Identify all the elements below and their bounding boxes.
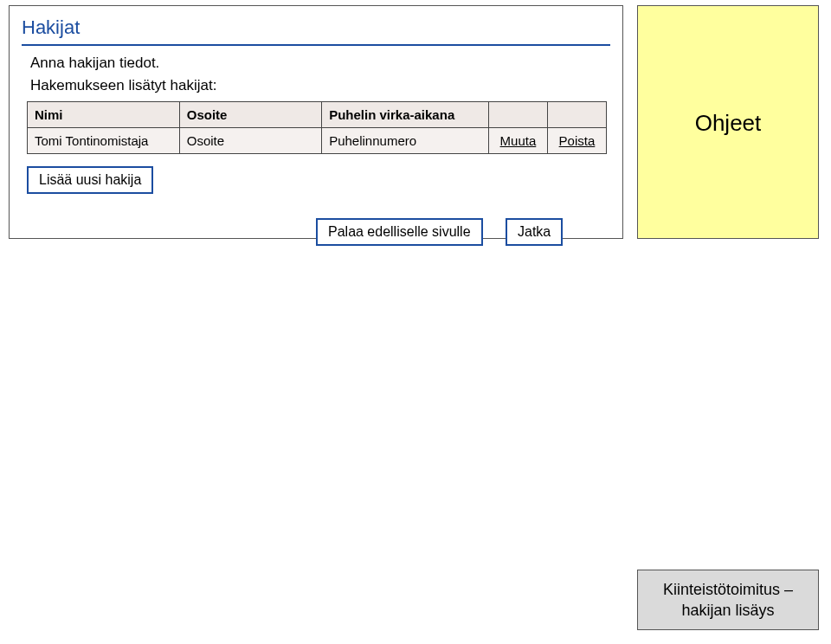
table-row: Tomi Tontinomistaja Osoite Puhelinnumero… xyxy=(28,128,607,154)
cell-name: Tomi Tontinomistaja xyxy=(28,128,180,154)
nav-button-row: Palaa edelliselle sivulle Jatka xyxy=(316,218,610,246)
next-button[interactable]: Jatka xyxy=(506,218,563,246)
slide-caption: Kiinteistötoimitus – hakijan lisäys xyxy=(637,570,819,630)
col-name-header: Nimi xyxy=(28,102,180,128)
cell-phone: Puhelinnumero xyxy=(322,128,489,154)
applicants-subhead: Hakemukseen lisätyt hakijat: xyxy=(30,77,610,94)
applicants-table: Nimi Osoite Puhelin virka-aikana Tomi To… xyxy=(27,101,607,154)
col-edit-header xyxy=(488,102,547,128)
instruction-text: Anna hakijan tiedot. xyxy=(30,55,610,72)
edit-link[interactable]: Muuta xyxy=(500,133,537,148)
col-phone-header: Puhelin virka-aikana xyxy=(322,102,489,128)
caption-line1: Kiinteistötoimitus – xyxy=(663,579,793,600)
back-button[interactable]: Palaa edelliselle sivulle xyxy=(316,218,483,246)
cell-address: Osoite xyxy=(179,128,321,154)
delete-link[interactable]: Poista xyxy=(559,133,596,148)
table-header-row: Nimi Osoite Puhelin virka-aikana xyxy=(28,102,607,128)
col-address-header: Osoite xyxy=(179,102,321,128)
help-title: Ohjeet xyxy=(695,110,762,137)
help-panel: Ohjeet xyxy=(637,5,819,239)
section-title: Hakijat xyxy=(22,16,610,39)
applicants-panel: Hakijat Anna hakijan tiedot. Hakemukseen… xyxy=(9,5,623,239)
caption-line2: hakijan lisäys xyxy=(681,600,774,621)
add-applicant-button[interactable]: Lisää uusi hakija xyxy=(27,166,153,194)
col-delete-header xyxy=(547,102,606,128)
title-divider xyxy=(22,44,610,46)
